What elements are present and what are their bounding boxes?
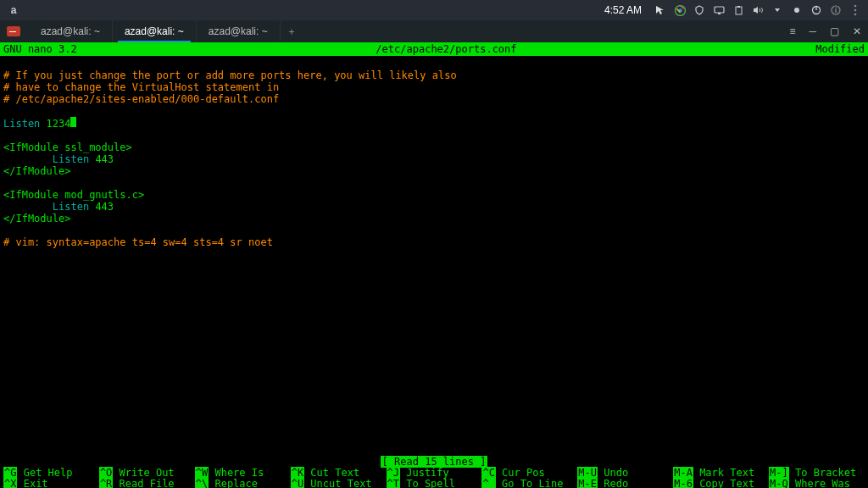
svg-rect-4 bbox=[736, 7, 742, 14]
nano-modified-state: Modified bbox=[815, 42, 865, 56]
directive-listen: Listen bbox=[3, 201, 89, 213]
terminal-tabs: azad@kali: ~ azad@kali: ~ azad@kali: ~ ＋ bbox=[29, 20, 303, 42]
svg-point-14 bbox=[854, 14, 857, 16]
clipboard-icon[interactable] bbox=[732, 4, 744, 16]
terminal-app-icon[interactable] bbox=[7, 26, 20, 36]
svg-point-12 bbox=[854, 5, 857, 8]
display-icon[interactable] bbox=[713, 4, 725, 16]
terminal-tab-3[interactable]: azad@kali: ~ bbox=[197, 20, 281, 42]
close-button[interactable]: ✕ bbox=[853, 25, 861, 37]
desktop-taskbar: a 4:52 AM bbox=[0, 0, 868, 20]
ifmodule-close: </IfModule> bbox=[3, 213, 70, 225]
directive-value: 443 bbox=[89, 153, 114, 165]
comment-line: # /etc/apache2/sites-enabled/000-default… bbox=[3, 93, 279, 105]
comment-line: # If you just change the port or add mor… bbox=[3, 69, 457, 81]
shortcut-go-to-line[interactable]: ^_ Go To Line bbox=[481, 479, 577, 488]
tab-label: azad@kali: ~ bbox=[125, 25, 184, 37]
new-tab-button[interactable]: ＋ bbox=[281, 20, 303, 42]
nano-file-path: /etc/apache2/ports.conf bbox=[77, 42, 816, 56]
shield-icon[interactable] bbox=[693, 4, 705, 16]
terminal-titlebar: azad@kali: ~ azad@kali: ~ azad@kali: ~ ＋… bbox=[0, 20, 868, 42]
shortcut-where-was[interactable]: M-Q Where Was bbox=[769, 479, 865, 488]
nano-status-text: [ Read 15 lines ] bbox=[381, 456, 488, 468]
terminal-tab-1[interactable]: azad@kali: ~ bbox=[29, 20, 113, 42]
text-cursor bbox=[70, 117, 76, 127]
comment-line: # vim: syntax=apache ts=4 sw=4 sts=4 sr … bbox=[3, 236, 273, 248]
terminal-tab-2[interactable]: azad@kali: ~ bbox=[113, 20, 197, 42]
shortcut-uncut-text[interactable]: ^U Uncut Text bbox=[291, 479, 387, 488]
svg-point-10 bbox=[835, 8, 837, 9]
shortcut-copy-text[interactable]: M-6 Copy Text bbox=[673, 479, 769, 488]
shortcut-redo[interactable]: M-E Redo bbox=[577, 479, 673, 488]
dropdown-icon[interactable] bbox=[771, 4, 783, 16]
ifmodule-open: <IfModule mod_gnutls.c> bbox=[3, 189, 144, 201]
volume-icon[interactable] bbox=[752, 4, 764, 16]
dot-icon[interactable] bbox=[791, 4, 803, 16]
power-icon[interactable] bbox=[810, 4, 822, 16]
info-icon[interactable] bbox=[830, 4, 842, 16]
nano-editor-area[interactable]: # If you just change the port or add mor… bbox=[0, 56, 868, 456]
nano-status-line: [ Read 15 lines ] bbox=[0, 456, 868, 468]
directive-value: 1234 bbox=[40, 118, 70, 130]
shortcut-to-spell[interactable]: ^T To Spell bbox=[387, 479, 482, 488]
tab-label: azad@kali: ~ bbox=[209, 25, 268, 37]
svg-rect-2 bbox=[715, 7, 724, 13]
tab-label: azad@kali: ~ bbox=[41, 25, 100, 37]
directive-listen: Listen bbox=[3, 118, 40, 130]
hamburger-menu-icon[interactable]: ≡ bbox=[789, 25, 795, 37]
svg-point-13 bbox=[854, 9, 857, 12]
comment-line: # have to change the VirtualHost stateme… bbox=[3, 81, 279, 93]
shortcut-read-file[interactable]: ^R Read File bbox=[99, 479, 195, 488]
shortcut-exit[interactable]: ^X Exit bbox=[3, 479, 99, 488]
directive-listen: Listen bbox=[3, 153, 89, 165]
ifmodule-open: <IfModule ssl_module> bbox=[3, 141, 132, 153]
minimize-button[interactable]: ─ bbox=[809, 25, 816, 37]
svg-rect-3 bbox=[718, 13, 721, 14]
shortcut-replace[interactable]: ^\ Replace bbox=[195, 479, 291, 488]
cursor-icon[interactable] bbox=[654, 4, 666, 16]
nano-shortcut-bar: ^G Get Help ^O Write Out ^W Where Is ^K … bbox=[0, 468, 868, 488]
ifmodule-close: </IfModule> bbox=[3, 165, 70, 177]
svg-rect-11 bbox=[835, 9, 836, 13]
svg-point-6 bbox=[794, 8, 799, 13]
menu-dots-icon[interactable] bbox=[849, 4, 861, 16]
nano-app-name: GNU nano 3.2 bbox=[3, 42, 77, 56]
chrome-icon[interactable] bbox=[674, 4, 686, 16]
maximize-button[interactable]: ▢ bbox=[830, 25, 839, 37]
directive-value: 443 bbox=[89, 201, 114, 213]
nano-header: GNU nano 3.2 /etc/apache2/ports.conf Mod… bbox=[0, 42, 868, 56]
clock: 4:52 AM bbox=[604, 4, 642, 16]
activities-icon[interactable]: a bbox=[7, 3, 20, 17]
svg-rect-5 bbox=[737, 6, 740, 8]
